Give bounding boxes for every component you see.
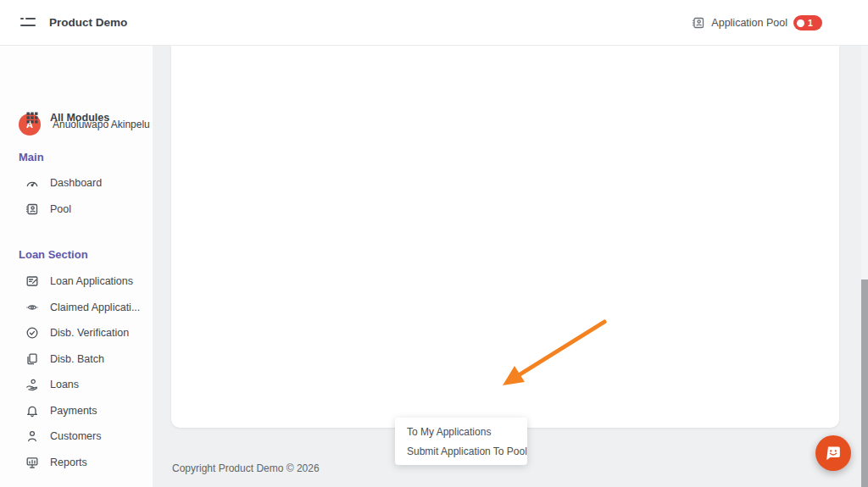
sidebar-item-payments[interactable]: Payments bbox=[25, 404, 97, 418]
top-header: Product Demo Application Pool 1 bbox=[0, 0, 868, 46]
application-pool-link[interactable]: Application Pool 1 bbox=[692, 13, 822, 33]
check-circle-icon bbox=[25, 326, 39, 340]
pool-count-badge[interactable]: 1 bbox=[793, 15, 822, 30]
dashboard-icon bbox=[25, 176, 39, 190]
sidebar-item-loans[interactable]: Loans bbox=[25, 378, 79, 391]
sidebar-item-disb-verification[interactable]: Disb. Verification bbox=[25, 326, 129, 340]
copy-icon bbox=[25, 352, 39, 366]
loan-application-form-card bbox=[171, 46, 839, 428]
copyright-text: Copyright Product Demo © 2026 bbox=[172, 462, 320, 474]
sidebar-item-all-modules[interactable]: All Modules bbox=[25, 111, 109, 125]
bell-icon bbox=[25, 404, 39, 418]
report-chart-icon bbox=[25, 456, 39, 469]
sidebar-item-disb-batch[interactable]: Disb. Batch bbox=[25, 352, 104, 366]
person-card-icon bbox=[25, 202, 39, 216]
sidebar-toggle-icon[interactable] bbox=[20, 16, 36, 30]
sidebar-item-claimed-applications[interactable]: Claimed Applicati... bbox=[25, 301, 140, 314]
document-edit-icon bbox=[25, 274, 39, 288]
sidebar-item-pool[interactable]: Pool bbox=[25, 202, 71, 216]
menu-item-to-my-applications[interactable]: To My Applications bbox=[395, 422, 527, 441]
sidebar-item-dashboard[interactable]: Dashboard bbox=[25, 176, 102, 190]
app-title: Product Demo bbox=[49, 16, 127, 29]
submit-dropdown-menu: To My Applications Submit Application To… bbox=[395, 418, 527, 465]
hand-money-icon bbox=[25, 378, 39, 391]
section-title-main: Main bbox=[19, 151, 44, 163]
person-icon bbox=[25, 429, 39, 443]
badge-dot-icon bbox=[797, 19, 804, 27]
section-title-loan: Loan Section bbox=[19, 248, 88, 261]
sidebar-item-reports[interactable]: Reports bbox=[25, 456, 87, 469]
sidebar: A Anuoluwapo Akinpelu All Modules Main D… bbox=[0, 46, 153, 487]
grid-icon bbox=[25, 111, 39, 125]
chat-smiley-icon bbox=[825, 445, 842, 462]
sidebar-item-loan-applications[interactable]: Loan Applications bbox=[25, 274, 133, 288]
chat-button[interactable] bbox=[815, 435, 851, 471]
sidebar-item-customers[interactable]: Customers bbox=[25, 429, 101, 443]
scrollbar-thumb[interactable] bbox=[861, 279, 868, 487]
person-card-icon bbox=[692, 16, 705, 30]
menu-item-submit-to-pool[interactable]: Submit Application To Pool bbox=[395, 441, 527, 461]
eye-icon bbox=[25, 301, 39, 314]
application-pool-label: Application Pool bbox=[711, 17, 787, 29]
